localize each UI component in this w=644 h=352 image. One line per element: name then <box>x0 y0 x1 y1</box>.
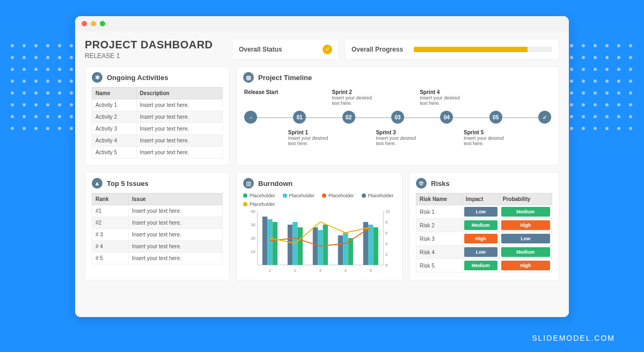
calendar-icon: ▦ <box>243 72 254 83</box>
svg-text:3: 3 <box>319 268 321 273</box>
table-row: Risk 2MediumHigh <box>416 219 552 232</box>
svg-rect-26 <box>343 233 348 265</box>
table-row: Risk 5MediumHigh <box>416 259 552 272</box>
timeline-node: 04 <box>440 111 453 124</box>
svg-rect-29 <box>298 227 303 265</box>
timeline-label: Sprint 3Insert your desired text here. <box>376 130 419 146</box>
table-row: Activity 2Insert your text here. <box>92 111 223 123</box>
svg-rect-21 <box>338 235 343 265</box>
app-window: PROJECT DASHBOARD RELEASE 1 Overall Stat… <box>75 16 569 317</box>
svg-text:5: 5 <box>370 268 372 273</box>
progress-bar <box>414 47 552 52</box>
svg-rect-27 <box>368 225 373 265</box>
burndown-card: ▥ Burndown PlaceholderPlaceholderPlaceho… <box>236 172 402 281</box>
overall-progress-card: Overall Progress <box>345 39 559 60</box>
col-prob: Probability <box>499 193 552 205</box>
svg-text:40: 40 <box>251 209 255 214</box>
table-row: Activity 3Insert your text here. <box>92 123 223 135</box>
col-rank: Rank <box>92 193 129 205</box>
timeline-label: Sprint 2Insert your desired text here. <box>332 89 376 106</box>
svg-text:4: 4 <box>385 241 388 246</box>
window-titlebar <box>75 16 569 31</box>
risks-table: Risk Name Impact Probability Risk 1LowMe… <box>416 193 552 272</box>
timeline-label: Release Start <box>244 89 288 106</box>
table-row: # 3Insert your text here. <box>92 229 223 241</box>
page-title: PROJECT DASHBOARD <box>85 39 224 51</box>
overall-status-card: Overall Status ✓ <box>232 39 339 60</box>
svg-text:20: 20 <box>251 236 255 241</box>
svg-rect-28 <box>273 222 277 265</box>
table-row: Activity 5Insert your text here. <box>92 147 223 159</box>
legend-item: Placeholder <box>243 193 275 198</box>
timeline-node: 05 <box>489 111 502 124</box>
project-timeline-card: ▦ Project Timeline Release StartSprint 2… <box>236 66 559 166</box>
table-row: Risk 3HighLow <box>416 232 552 246</box>
overall-status-label: Overall Status <box>239 46 282 53</box>
legend-item: Placeholder <box>283 193 315 198</box>
timeline-node: → <box>244 111 257 124</box>
svg-text:10: 10 <box>251 249 255 254</box>
dashboard-content: PROJECT DASHBOARD RELEASE 1 Overall Stat… <box>75 31 569 317</box>
card-title: Risks <box>431 179 450 188</box>
table-row: #2Insert your text here. <box>92 217 223 229</box>
page-subtitle: RELEASE 1 <box>85 52 224 60</box>
svg-text:2: 2 <box>385 252 387 257</box>
chart-legend: PlaceholderPlaceholderPlaceholderPlaceho… <box>243 193 396 207</box>
svg-rect-18 <box>262 217 267 265</box>
col-riskname: Risk Name <box>416 193 463 205</box>
brand-watermark: SLIDEMODEL.COM <box>532 334 615 342</box>
col-name: Name <box>92 88 137 99</box>
legend-item: Placeholder <box>362 193 394 198</box>
svg-rect-19 <box>288 225 292 265</box>
card-title: Ongoing Activities <box>107 74 168 82</box>
col-desc: Description <box>136 88 222 99</box>
ongoing-activities-card: ✱ Ongoing Activities Name Description Ac… <box>85 66 230 166</box>
burndown-chart: 10203040024681012345 <box>243 209 396 274</box>
svg-rect-32 <box>373 227 378 265</box>
svg-text:8: 8 <box>385 220 387 225</box>
timeline-label: Sprint 1Insert your desired text here. <box>288 130 332 146</box>
maximize-icon[interactable] <box>100 21 105 26</box>
table-row: # 5Insert your text here. <box>92 253 223 264</box>
card-title: Project Timeline <box>258 74 312 82</box>
legend-item: Placeholder <box>322 193 354 198</box>
timeline-label: Sprint 5Insert your desired text here. <box>464 130 507 146</box>
timeline-label: Sprint 4Insert your desired text here. <box>420 89 463 106</box>
chart-icon: ▥ <box>243 178 254 189</box>
svg-text:1: 1 <box>269 268 271 273</box>
hazard-icon: ☢ <box>416 178 427 189</box>
table-row: Activity 4Insert your text here. <box>92 135 223 147</box>
timeline-node: 03 <box>391 111 404 124</box>
status-check-icon: ✓ <box>323 45 332 54</box>
timeline-node: ✓ <box>538 111 551 124</box>
svg-rect-30 <box>323 225 328 265</box>
table-row: Risk 4LowMedium <box>416 246 552 259</box>
legend-item: Placeholder <box>243 202 275 207</box>
issues-table: Rank Issue #1Insert your text here.#2Ins… <box>92 193 223 264</box>
minimize-icon[interactable] <box>91 21 96 26</box>
risks-card: ☢ Risks Risk Name Impact Probability Ris… <box>409 172 559 281</box>
timeline-node: 01 <box>293 111 306 124</box>
table-row: Risk 1LowMedium <box>416 205 552 219</box>
card-title: Top 5 Issues <box>107 179 149 188</box>
table-row: # 4Insert your text here. <box>92 241 223 253</box>
svg-text:0: 0 <box>385 263 388 268</box>
svg-rect-20 <box>313 227 318 265</box>
activities-table: Name Description Activity 1Insert your t… <box>92 87 223 159</box>
timeline-node: 02 <box>342 111 355 124</box>
svg-text:30: 30 <box>251 222 255 227</box>
flame-icon: ▲ <box>92 178 103 189</box>
svg-text:2: 2 <box>294 268 296 273</box>
close-icon[interactable] <box>82 21 87 26</box>
col-issue: Issue <box>129 193 223 205</box>
svg-text:4: 4 <box>345 268 347 273</box>
svg-rect-23 <box>267 219 272 265</box>
card-title: Burndown <box>258 179 292 188</box>
col-impact: Impact <box>463 193 500 205</box>
svg-rect-25 <box>318 230 323 265</box>
svg-text:6: 6 <box>385 231 387 235</box>
svg-rect-31 <box>348 238 353 265</box>
gear-icon: ✱ <box>92 72 103 83</box>
overall-progress-label: Overall Progress <box>352 46 403 53</box>
table-row: #1Insert your text here. <box>92 205 223 217</box>
